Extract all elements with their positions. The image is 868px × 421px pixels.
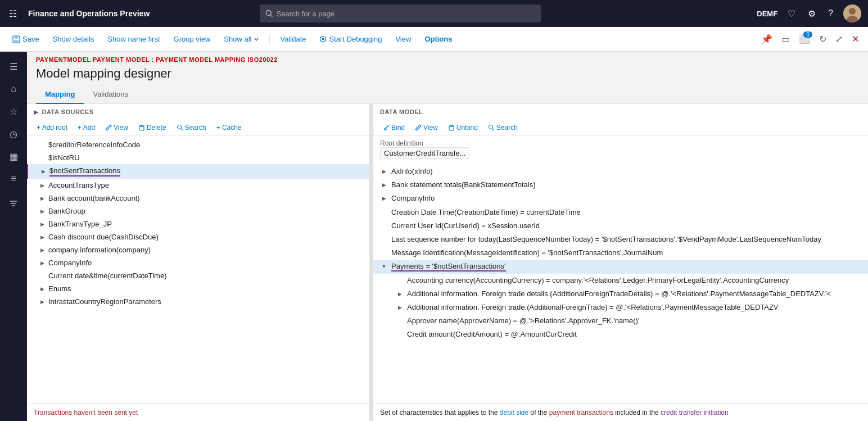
show-name-first-button[interactable]: Show name first xyxy=(102,31,165,47)
tree-item-label-2: $notSentTransactions xyxy=(49,166,120,176)
expand-icon[interactable]: ⤢ xyxy=(833,31,845,47)
group-view-button[interactable]: Group view xyxy=(168,31,216,47)
dm-item-axinfo[interactable]: ▶ AxInfo(xInfo) xyxy=(373,165,868,178)
root-definition-value[interactable]: CustomerCreditTransfe... xyxy=(380,147,469,159)
delete-button[interactable]: Delete xyxy=(135,122,169,133)
expand-payments[interactable]: ▼ xyxy=(380,261,388,271)
expand-7[interactable]: ▶ xyxy=(38,233,46,241)
dm-item-addforeigndetails[interactable]: ▶ Additional information. Foreign trade … xyxy=(373,287,868,301)
credit-transfer-highlight: credit transfer initiation xyxy=(661,409,729,417)
dm-view-button[interactable]: View xyxy=(412,122,441,133)
tree-item-cashdiscount[interactable]: ▶ Cash discount due(CashDiscDue) xyxy=(27,230,369,243)
svg-point-14 xyxy=(489,125,492,129)
expand-bankstatement[interactable]: ▶ xyxy=(380,180,388,190)
dm-item-companyinfo[interactable]: ▶ CompanyInfo xyxy=(373,192,868,205)
split-pane: ▶ DATA SOURCES + Add root + Add View xyxy=(27,104,868,421)
show-all-button[interactable]: Show all xyxy=(218,31,265,47)
tab-mapping[interactable]: Mapping xyxy=(36,85,84,104)
show-details-button[interactable]: Show details xyxy=(47,31,100,47)
help-icon[interactable]: ? xyxy=(826,6,835,21)
save-button[interactable]: Save xyxy=(7,31,45,47)
no-expand-acccurr xyxy=(396,275,404,286)
svg-rect-7 xyxy=(14,40,19,42)
expand-2[interactable]: ▶ xyxy=(39,168,47,175)
dm-item-accountingcurrency[interactable]: Accounting currency(AccountingCurrency) … xyxy=(373,274,868,287)
refresh-icon[interactable]: ↻ xyxy=(817,31,829,47)
ds-search-button[interactable]: Search xyxy=(174,122,209,133)
avatar[interactable] xyxy=(843,4,861,22)
close-icon[interactable]: ✕ xyxy=(849,31,861,47)
dm-item-userid[interactable]: Current User Id(CurUserId) = xSession.us… xyxy=(373,219,868,233)
add-root-button[interactable]: + Add root xyxy=(34,122,70,133)
tree-item-notsent[interactable]: ▶ $notSentTransactions xyxy=(27,164,369,179)
sidebar-menu-icon[interactable]: ☰ xyxy=(3,56,24,76)
dm-item-lastseq[interactable]: Last sequence number for today(LastSeque… xyxy=(373,233,868,246)
expand-11[interactable]: ▶ xyxy=(38,285,46,293)
expand-addforeigndetails[interactable]: ▶ xyxy=(396,289,404,299)
datasource-tree: $creditorReferenceInfoCode $isNotRU ▶ $n… xyxy=(27,136,369,404)
view-button[interactable]: View xyxy=(390,31,417,47)
start-debugging-button[interactable]: Start Debugging xyxy=(314,31,387,47)
expand-4[interactable]: ▶ xyxy=(38,194,46,202)
options-button[interactable]: Options xyxy=(419,31,458,47)
expand-8[interactable]: ▶ xyxy=(38,246,46,254)
tree-item-currentdatetime[interactable]: Current date&time(currentDateTime) xyxy=(27,269,369,282)
tree-item-bankaccount[interactable]: ▶ Bank account(bankAccount) xyxy=(27,192,369,205)
tree-item-intrastat[interactable]: ▶ IntrastatCountryRegionParameters xyxy=(27,295,369,308)
side-panel-icon[interactable]: ▭ xyxy=(779,31,792,47)
add-button[interactable]: + Add xyxy=(75,122,98,133)
dm-label-messageid: Message Identification(MessageIdentifica… xyxy=(391,248,861,258)
cache-button[interactable]: + Cache xyxy=(214,122,245,133)
tree-item-companyinfo[interactable]: ▶ CompanyInfo xyxy=(27,256,369,269)
sidebar-list-icon[interactable]: ≡ xyxy=(3,169,24,189)
tab-validations[interactable]: Validations xyxy=(84,85,137,104)
expand-companyinfo[interactable]: ▶ xyxy=(380,193,388,203)
pin-icon[interactable]: 📌 xyxy=(759,31,775,47)
dm-item-addforeigntrade[interactable]: ▶ Additional information. Foreign trade.… xyxy=(373,301,868,314)
search-bar[interactable] xyxy=(260,4,541,22)
page-search-input[interactable] xyxy=(277,10,536,18)
tree-item-bankgroup[interactable]: ▶ BankGroup xyxy=(27,205,369,218)
tree-item-label-6: BankTransType_JP xyxy=(48,220,112,228)
expand-3[interactable]: ▶ xyxy=(38,182,46,189)
search-dm-icon xyxy=(488,124,495,131)
hamburger-menu-icon[interactable]: ☷ xyxy=(7,6,19,21)
no-expand-10 xyxy=(38,272,46,280)
unbind-button[interactable]: Unbind xyxy=(445,122,481,133)
sidebar-calendar-icon[interactable]: ▦ xyxy=(3,146,24,166)
tree-item-creditor[interactable]: $creditorReferenceInfoCode xyxy=(27,138,369,151)
settings-icon[interactable]: ⚙ xyxy=(806,6,818,21)
dm-item-payments[interactable]: ▼ Payments = '$notSentTransactions' xyxy=(373,260,868,273)
tree-item-companyinfo2[interactable]: ▶ company information(company) xyxy=(27,243,369,256)
tree-item-enums[interactable]: ▶ Enums xyxy=(27,282,369,295)
bind-button[interactable]: Bind xyxy=(380,122,408,133)
tree-item-accounttranstype[interactable]: ▶ AccountTransType xyxy=(27,179,369,192)
sidebar-history-icon[interactable]: ◷ xyxy=(3,124,24,144)
expand-6[interactable]: ▶ xyxy=(38,220,46,228)
notification-icon[interactable]: ♡ xyxy=(785,6,798,21)
dm-search-button[interactable]: Search xyxy=(485,122,521,133)
pane-expand-icon[interactable]: ▶ xyxy=(34,109,39,115)
expand-9[interactable]: ▶ xyxy=(38,259,46,267)
dm-item-creditamount[interactable]: Credit amount(CreditAmount) = @.AmountCu… xyxy=(373,328,868,341)
tree-item-banktranstype[interactable]: ▶ BankTransType_JP xyxy=(27,218,369,230)
validate-button[interactable]: Validate xyxy=(274,31,311,47)
expand-5[interactable]: ▶ xyxy=(38,207,46,215)
sidebar-home-icon[interactable]: ⌂ xyxy=(3,79,24,99)
expand-addforeigntrade[interactable]: ▶ xyxy=(396,302,404,313)
dm-item-creationdate[interactable]: Creation Date Time(CreationDateTime) = c… xyxy=(373,206,868,219)
tree-item-isnotru[interactable]: $isNotRU xyxy=(27,151,369,164)
dm-item-approvername[interactable]: Approver name(ApproverName) = @.'>Relati… xyxy=(373,314,868,328)
svg-point-9 xyxy=(322,38,324,40)
no-expand-userid xyxy=(380,221,388,231)
dm-item-bankstatement[interactable]: ▶ Bank statement totals(BankStatementTot… xyxy=(373,178,868,192)
sidebar-filter-icon[interactable] xyxy=(3,193,24,214)
datasource-toolbar: + Add root + Add View Delete xyxy=(27,120,369,136)
sidebar-star-icon[interactable]: ☆ xyxy=(3,101,24,121)
search-icon xyxy=(265,10,273,17)
expand-axinfo[interactable]: ▶ xyxy=(380,166,388,176)
dm-item-messageid[interactable]: Message Identification(MessageIdentifica… xyxy=(373,246,868,260)
expand-12[interactable]: ▶ xyxy=(38,298,46,306)
dm-label-axinfo: AxInfo(xInfo) xyxy=(391,166,861,176)
ds-view-button[interactable]: View xyxy=(102,122,131,133)
